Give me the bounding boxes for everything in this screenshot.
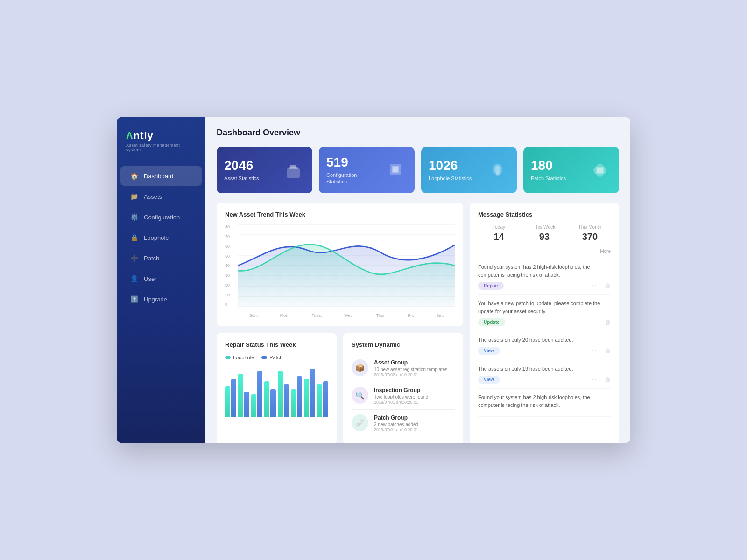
loophole-bar xyxy=(304,379,309,418)
svg-rect-5 xyxy=(393,167,398,172)
delete-icon[interactable]: 🗑 xyxy=(605,376,611,383)
more-dots[interactable]: ··· xyxy=(592,281,601,290)
more-link[interactable]: More xyxy=(478,249,611,254)
message-actions: View ··· 🗑 xyxy=(478,375,611,384)
svg-rect-0 xyxy=(287,168,300,178)
upgrade-icon: ⬆️ xyxy=(130,295,138,303)
today-stat: Today 14 xyxy=(478,224,520,242)
message-actions: View ··· 🗑 xyxy=(478,347,611,355)
system-time: 2019/07/02 am10:20:01 xyxy=(374,372,447,377)
bar-group xyxy=(317,381,328,417)
sidebar-item-patch[interactable]: ➕ Patch xyxy=(120,248,202,268)
sidebar: Λntiy Asset safety management system 🏠 D… xyxy=(117,117,205,443)
trend-chart-card: New Asset Trend This Week 80706050403020… xyxy=(217,203,463,326)
more-dots[interactable]: ··· xyxy=(592,375,601,384)
patch-count: 180 xyxy=(531,159,566,173)
sidebar-item-configuration[interactable]: ⚙️ Configuration xyxy=(120,207,202,227)
message-action-button[interactable]: Update xyxy=(478,318,505,326)
patch-icon xyxy=(588,159,612,182)
system-desc: Two loopholes were found xyxy=(374,394,428,399)
bar-group xyxy=(291,376,302,417)
system-name: Patch Group xyxy=(374,414,418,421)
lock-icon: 🔒 xyxy=(130,233,138,242)
message-text: Found your system has 2 high-risk loopho… xyxy=(478,263,611,279)
sidebar-item-dashboard[interactable]: 🏠 Dashboard xyxy=(120,166,202,186)
system-info: Asset Group 10 new asset registration te… xyxy=(374,359,447,377)
sidebar-item-label: Dashboard xyxy=(144,173,174,180)
config-icon xyxy=(384,159,407,182)
assets-label: Asset Statistics xyxy=(224,175,259,182)
more-dots[interactable]: ··· xyxy=(592,347,601,355)
sidebar-item-label: Upgrade xyxy=(144,296,167,303)
sidebar-item-upgrade[interactable]: ⬆️ Upgrade xyxy=(120,289,202,309)
system-time: 2019/07/01 am10:20:01 xyxy=(374,427,418,432)
patch-bar xyxy=(297,376,302,417)
system-items: 📦 Asset Group 10 new asset registration … xyxy=(352,355,455,437)
message-text: The assets on July 20 have been audited. xyxy=(478,336,611,344)
system-icon: 📦 xyxy=(352,359,368,376)
message-actions: Update ··· 🗑 xyxy=(478,318,611,326)
system-info: Patch Group 2 new patches added 2019/07/… xyxy=(374,414,418,432)
logo-subtitle: Asset safety management system xyxy=(126,143,196,152)
assets-icon xyxy=(282,159,305,182)
main-content: Dashboard Overview 2046 Asset Statistics xyxy=(205,117,630,443)
bar-group xyxy=(225,379,236,418)
sidebar-nav: 🏠 Dashboard 📁 Assets ⚙️ Configuration 🔒 … xyxy=(117,165,205,443)
message-action-button[interactable]: View xyxy=(478,347,500,355)
system-name: Inspection Group xyxy=(374,387,428,393)
svg-rect-2 xyxy=(290,165,296,168)
chart-x-labels: Sun.Mon.Tues.Wed.Thur.Fri.Sat. xyxy=(238,313,455,318)
chart-y-labels: 80706050403020100 xyxy=(225,224,232,307)
repair-status-title: Repair Status This Week xyxy=(225,341,328,348)
svg-rect-11 xyxy=(597,168,603,173)
home-icon: 🏠 xyxy=(130,172,138,180)
system-icon: 🔍 xyxy=(352,387,368,404)
system-time: 2019/07/01 am10:20:01 xyxy=(374,400,428,405)
sidebar-item-user[interactable]: 👤 User xyxy=(120,269,202,288)
message-actions: Repair ··· 🗑 xyxy=(478,281,611,290)
message-item: The assets on July 19 have been audited.… xyxy=(478,360,611,389)
patch-icon: ➕ xyxy=(130,254,138,262)
bar-group xyxy=(304,369,315,418)
loophole-icon xyxy=(486,159,509,182)
patch-bar xyxy=(323,381,328,417)
sidebar-item-loophole[interactable]: 🔒 Loophole xyxy=(120,228,202,247)
message-action-button[interactable]: View xyxy=(478,376,500,384)
stat-card-assets: 2046 Asset Statistics xyxy=(217,147,312,193)
chart-legend: Loophole Patch xyxy=(225,355,328,360)
delete-icon[interactable]: 🗑 xyxy=(605,282,611,289)
system-dynamic-title: System Dynamic xyxy=(352,341,455,348)
sidebar-item-label: Configuration xyxy=(144,214,180,221)
sidebar-item-label: Loophole xyxy=(144,234,169,241)
logo-text: Λntiy xyxy=(126,130,196,142)
folder-icon: 📁 xyxy=(130,192,138,201)
patch-legend-dot xyxy=(261,356,267,359)
system-desc: 10 new asset registration templates xyxy=(374,367,447,372)
month-stat: This Month 370 xyxy=(569,224,611,242)
logo: Λntiy Asset safety management system xyxy=(117,117,205,156)
delete-icon[interactable]: 🗑 xyxy=(605,319,611,326)
sidebar-item-assets[interactable]: 📁 Assets xyxy=(120,187,202,206)
legend-loophole: Loophole xyxy=(225,355,254,360)
sidebar-item-label: Patch xyxy=(144,255,159,262)
legend-patch: Patch xyxy=(261,355,282,360)
system-desc: 2 new patches added xyxy=(374,422,418,427)
patch-bar xyxy=(270,389,275,418)
loophole-bar xyxy=(238,374,243,418)
message-item: Found your system has 2 high-risk loopho… xyxy=(478,389,611,417)
bar-group xyxy=(251,371,262,417)
message-items: Found your system has 2 high-risk loopho… xyxy=(478,259,611,417)
bottom-row: New Asset Trend This Week 80706050403020… xyxy=(217,203,619,443)
message-item: You have a new patch to update, please c… xyxy=(478,295,611,331)
delete-icon[interactable]: 🗑 xyxy=(605,347,611,354)
stat-card-patch: 180 Patch Statistics xyxy=(523,147,619,193)
message-item: Found your system has 2 high-risk loopho… xyxy=(478,259,611,295)
patch-bar xyxy=(231,379,236,418)
loophole-count: 1026 xyxy=(429,159,472,173)
loophole-bar xyxy=(291,389,296,418)
message-action-button[interactable]: Repair xyxy=(478,282,504,290)
message-title: Message Statistics xyxy=(478,211,611,218)
assets-count: 2046 xyxy=(224,159,259,173)
more-dots[interactable]: ··· xyxy=(592,318,601,326)
bar-group xyxy=(264,381,275,417)
